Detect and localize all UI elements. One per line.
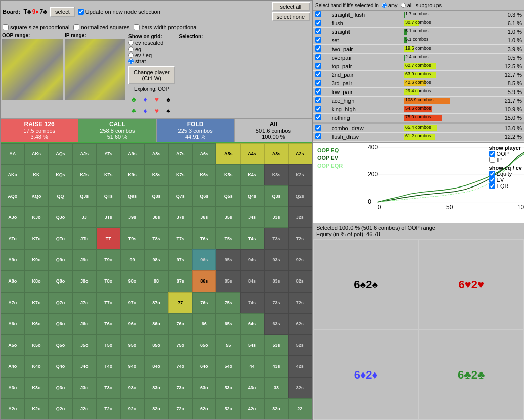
hand-checkbox-ace_high[interactable] [315, 97, 321, 103]
grid-cell-84o[interactable]: 84o [144, 356, 168, 377]
grid-cell-QQ[interactable]: QQ [49, 185, 72, 207]
eqr-checkbox[interactable] [489, 183, 495, 189]
grid-cell-K4s[interactable]: K4s [240, 164, 264, 185]
grid-cell-83o[interactable]: 83o [144, 377, 168, 398]
grid-cell-T9o[interactable]: T9o [97, 249, 120, 270]
bars-width-label[interactable]: bars width proportional [134, 24, 197, 30]
update-checkbox-label[interactable]: Update on new node selection [78, 9, 160, 15]
suit-spades-2[interactable]: ♠ [163, 106, 173, 116]
grid-cell-97o[interactable]: 97o [120, 292, 144, 313]
grid-cell-Q8o[interactable]: Q8o [49, 270, 72, 292]
grid-cell-98s[interactable]: 98s [144, 249, 168, 270]
grid-cell-QTo[interactable]: QTo [49, 228, 72, 249]
grid-cell-Q9o[interactable]: Q9o [49, 249, 72, 270]
grid-cell-T5s[interactable]: T5s [216, 228, 240, 249]
grid-cell-JTo[interactable]: JTo [72, 228, 96, 249]
eq-option[interactable]: eq [128, 46, 175, 52]
grid-cell-J2o[interactable]: J2o [72, 398, 96, 419]
any-option[interactable]: any [382, 2, 398, 8]
grid-cell-Q6s[interactable]: Q6s [192, 185, 216, 207]
grid-cell-Q4s[interactable]: Q4s [240, 185, 264, 207]
suit-hearts-1[interactable]: ♥ [152, 94, 162, 104]
change-player-button[interactable]: Change player(Ctrl-W) [128, 66, 175, 84]
grid-cell-42o[interactable]: 42o [240, 398, 264, 419]
grid-cell-A7s[interactable]: A7s [168, 143, 192, 164]
select-none-button[interactable]: select none [272, 12, 310, 21]
grid-cell-AKs[interactable]: AKs [24, 143, 48, 164]
grid-cell-74o[interactable]: 74o [168, 356, 192, 377]
ev-eq-option[interactable]: ev / eq [128, 52, 175, 58]
grid-cell-A8o[interactable]: A8o [1, 270, 24, 292]
hand-checkbox-combo_draw[interactable] [315, 125, 321, 131]
grid-cell-85s[interactable]: 85s [216, 270, 240, 292]
grid-cell-72s[interactable]: 72s [288, 292, 312, 313]
grid-cell-33[interactable]: 33 [264, 377, 288, 398]
grid-cell-43s[interactable]: 43s [264, 356, 288, 377]
grid-cell-AQs[interactable]: AQs [49, 143, 72, 164]
grid-cell-KJo[interactable]: KJo [24, 207, 48, 228]
grid-cell-J3s[interactable]: J3s [264, 207, 288, 228]
grid-cell-AJs[interactable]: AJs [72, 143, 96, 164]
any-radio[interactable] [382, 3, 387, 8]
grid-cell-J6o[interactable]: J6o [72, 313, 96, 335]
grid-cell-ATs[interactable]: ATs [97, 143, 120, 164]
grid-cell-QTs[interactable]: QTs [97, 185, 120, 207]
hand-checkbox-2nd_pair[interactable] [315, 71, 321, 77]
square-size-label[interactable]: square size proportional [3, 24, 69, 30]
hand-checkbox-straight[interactable] [315, 28, 321, 34]
grid-cell-96o[interactable]: 96o [120, 313, 144, 335]
grid-cell-92s[interactable]: 92s [288, 249, 312, 270]
grid-cell-T3o[interactable]: T3o [97, 377, 120, 398]
grid-cell-Q6o[interactable]: Q6o [49, 313, 72, 335]
grid-cell-22[interactable]: 22 [288, 398, 312, 419]
grid-cell-K3o[interactable]: K3o [24, 377, 48, 398]
update-checkbox[interactable] [78, 9, 84, 15]
grid-cell-64s[interactable]: 64s [240, 313, 264, 335]
grid-cell-K7s[interactable]: K7s [168, 164, 192, 185]
suit-clubs-2[interactable]: ♣ [128, 106, 139, 116]
grid-cell-AKo[interactable]: AKo [1, 164, 24, 185]
grid-cell-Q5o[interactable]: Q5o [49, 335, 72, 356]
ev-rescaled-option[interactable]: ev rescaled [128, 40, 175, 46]
square-size-checkbox[interactable] [3, 24, 9, 30]
grid-cell-AJo[interactable]: AJo [1, 207, 24, 228]
grid-cell-A7o[interactable]: A7o [1, 292, 24, 313]
grid-cell-T7s[interactable]: T7s [168, 228, 192, 249]
grid-cell-66[interactable]: 66 [192, 313, 216, 335]
ip-checkbox[interactable] [489, 157, 495, 163]
select-button[interactable]: select [50, 7, 75, 17]
grid-cell-Q3o[interactable]: Q3o [49, 377, 72, 398]
ev-rescaled-radio[interactable] [128, 40, 134, 45]
hand-checkbox-set[interactable] [315, 37, 321, 43]
grid-cell-T6s[interactable]: T6s [192, 228, 216, 249]
suit-hearts-2[interactable]: ♥ [152, 106, 162, 116]
grid-cell-93o[interactable]: 93o [120, 377, 144, 398]
grid-cell-K9s[interactable]: K9s [120, 164, 144, 185]
grid-cell-53s[interactable]: 53s [264, 335, 288, 356]
grid-cell-K5s[interactable]: K5s [216, 164, 240, 185]
grid-cell-QJo[interactable]: QJo [49, 207, 72, 228]
grid-cell-97s[interactable]: 97s [168, 249, 192, 270]
grid-cell-A2s[interactable]: A2s [288, 143, 312, 164]
grid-cell-44[interactable]: 44 [240, 356, 264, 377]
grid-cell-87s[interactable]: 87s [168, 270, 192, 292]
grid-cell-T8o[interactable]: T8o [97, 270, 120, 292]
hand-checkbox-low_pair[interactable] [315, 88, 321, 95]
eqr-checkbox-label[interactable]: EQR [489, 183, 522, 189]
grid-cell-74s[interactable]: 74s [240, 292, 264, 313]
grid-cell-KK[interactable]: KK [24, 164, 48, 185]
hand-checkbox-top_pair[interactable] [315, 63, 321, 69]
grid-cell-A6o[interactable]: A6o [1, 313, 24, 335]
grid-cell-A5s[interactable]: A5s [216, 143, 240, 164]
grid-cell-75o[interactable]: 75o [168, 335, 192, 356]
grid-cell-96s[interactable]: 96s [192, 249, 216, 270]
grid-cell-J5o[interactable]: J5o [72, 335, 96, 356]
grid-cell-K4o[interactable]: K4o [24, 356, 48, 377]
grid-cell-T3s[interactable]: T3s [264, 228, 288, 249]
grid-cell-Q7s[interactable]: Q7s [168, 185, 192, 207]
grid-cell-K8s[interactable]: K8s [144, 164, 168, 185]
grid-cell-A3o[interactable]: A3o [1, 377, 24, 398]
grid-cell-98o[interactable]: 98o [120, 270, 144, 292]
grid-cell-83s[interactable]: 83s [264, 270, 288, 292]
grid-cell-88[interactable]: 88 [144, 270, 168, 292]
